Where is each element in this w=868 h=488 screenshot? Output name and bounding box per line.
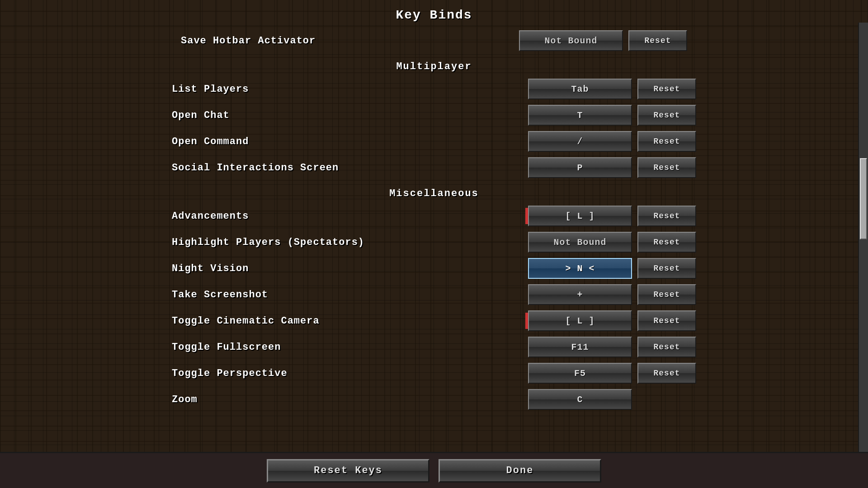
keybind-button-social-interactions-screen[interactable]: P xyxy=(528,157,632,178)
bottom-bar: Reset Keys Done xyxy=(0,452,868,488)
conflict-indicator-toggle-cinematic-camera xyxy=(525,313,528,329)
reset-button-social-interactions-screen[interactable]: Reset xyxy=(637,157,696,178)
keybind-label-toggle-cinematic-camera: Toggle Cinematic Camera xyxy=(172,315,528,327)
keybind-label-highlight-players-spectators: Highlight Players (Spectators) xyxy=(172,237,528,248)
reset-button-save-hotbar-activator[interactable]: Reset xyxy=(628,30,687,51)
keybind-button-night-vision[interactable]: > N < xyxy=(528,258,632,279)
keybind-button-open-chat[interactable]: T xyxy=(528,105,632,126)
keybind-label-open-chat: Open Chat xyxy=(172,110,528,121)
reset-button-toggle-fullscreen[interactable]: Reset xyxy=(637,337,696,357)
keybind-label-take-screenshot: Take Screenshot xyxy=(172,289,528,300)
reset-button-advancements[interactable]: Reset xyxy=(637,206,696,226)
keybind-label-zoom: Zoom xyxy=(172,394,528,405)
keybind-row-social-interactions-screen: Social Interactions Screen P Reset xyxy=(163,155,705,181)
reset-keys-button[interactable]: Reset Keys xyxy=(267,459,429,483)
keybind-label-toggle-fullscreen: Toggle Fullscreen xyxy=(172,342,528,353)
keybind-button-toggle-cinematic-camera[interactable]: [ L ] xyxy=(528,310,632,331)
keybind-row-advancements: Advancements [ L ] Reset xyxy=(163,203,705,229)
keybind-row-list-players: List Players Tab Reset xyxy=(163,76,705,102)
keybind-label-social-interactions-screen: Social Interactions Screen xyxy=(172,162,528,174)
keybind-button-list-players[interactable]: Tab xyxy=(528,79,632,99)
reset-button-open-command[interactable]: Reset xyxy=(637,131,696,152)
keybind-row-highlight-players-spectators: Highlight Players (Spectators) Not Bound… xyxy=(163,229,705,255)
keybind-label-night-vision: Night Vision xyxy=(172,263,528,274)
keybind-button-take-screenshot[interactable]: + xyxy=(528,284,632,305)
done-button[interactable]: Done xyxy=(439,459,601,483)
section-header-multiplayer: Multiplayer xyxy=(163,54,705,76)
reset-button-open-chat[interactable]: Reset xyxy=(637,105,696,126)
scrollbar[interactable] xyxy=(858,23,868,452)
keybind-row-take-screenshot: Take Screenshot + Reset xyxy=(163,282,705,308)
section-header-miscellaneous: Miscellaneous xyxy=(163,181,705,203)
reset-button-toggle-perspective[interactable]: Reset xyxy=(637,363,696,384)
reset-button-highlight-players-spectators[interactable]: Reset xyxy=(637,232,696,253)
page-title: Key Binds xyxy=(0,0,868,28)
keybind-row-night-vision: Night Vision > N < Reset xyxy=(163,255,705,282)
keybind-button-highlight-players-spectators[interactable]: Not Bound xyxy=(528,232,632,253)
keybind-row-open-chat: Open Chat T Reset xyxy=(163,102,705,128)
keybind-row-save-hotbar-activator: Save Hotbar Activator Not Bound Reset xyxy=(172,28,696,54)
keybind-label-open-command: Open Command xyxy=(172,136,528,147)
keybind-row-toggle-cinematic-camera: Toggle Cinematic Camera [ L ] Reset xyxy=(163,308,705,334)
reset-button-list-players[interactable]: Reset xyxy=(637,79,696,99)
keybind-button-toggle-perspective[interactable]: F5 xyxy=(528,363,632,384)
keybind-button-zoom[interactable]: C xyxy=(528,389,632,410)
keybind-button-save-hotbar-activator[interactable]: Not Bound xyxy=(519,30,623,51)
keybind-label-list-players: List Players xyxy=(172,84,528,95)
reset-button-night-vision[interactable]: Reset xyxy=(637,258,696,279)
keybind-button-open-command[interactable]: / xyxy=(528,131,632,152)
conflict-indicator-advancements xyxy=(525,208,528,224)
keybind-button-advancements[interactable]: [ L ] xyxy=(528,206,632,226)
keybind-label-toggle-perspective: Toggle Perspective xyxy=(172,368,528,379)
keybind-row-open-command: Open Command / Reset xyxy=(163,128,705,155)
reset-button-toggle-cinematic-camera[interactable]: Reset xyxy=(637,310,696,331)
keybind-label-advancements: Advancements xyxy=(172,211,528,222)
reset-button-take-screenshot[interactable]: Reset xyxy=(637,284,696,305)
keybind-button-toggle-fullscreen[interactable]: F11 xyxy=(528,337,632,357)
keybind-label-save-hotbar-activator: Save Hotbar Activator xyxy=(181,35,519,47)
keybind-row-toggle-fullscreen: Toggle Fullscreen F11 Reset xyxy=(163,334,705,360)
keybind-row-toggle-perspective: Toggle Perspective F5 Reset xyxy=(163,360,705,386)
keybind-row-zoom: Zoom C Reset xyxy=(163,386,705,413)
scrollbar-thumb[interactable] xyxy=(860,158,867,239)
